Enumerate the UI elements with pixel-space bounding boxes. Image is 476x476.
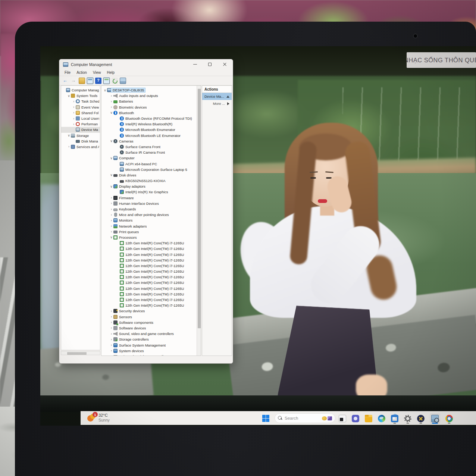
- device-tree-row[interactable]: › Storage controllers: [101, 336, 201, 342]
- device-tree-row[interactable]: Bluetooth Device (RFCOMM Protocol TDI): [101, 116, 201, 121]
- expander-icon[interactable]: ∨: [109, 156, 113, 160]
- device-tree-row[interactable]: › Monitors: [101, 217, 201, 223]
- device-tree-row[interactable]: KBG50ZNS512G-KIOXIA: [101, 178, 201, 184]
- device-tree-row[interactable]: 12th Gen Intel(R) Core(TM) i7-1265U: [101, 274, 201, 280]
- expander-icon[interactable]: ›: [109, 332, 113, 336]
- device-tree-row[interactable]: ∨ DESKTOP-C8L8I35: [101, 87, 201, 93]
- forward-icon[interactable]: [71, 78, 77, 84]
- expander-icon[interactable]: ›: [109, 207, 113, 211]
- expander-icon[interactable]: ›: [109, 213, 113, 217]
- expander-icon[interactable]: ›: [72, 105, 76, 109]
- device-tree-row[interactable]: › Audio inputs and outputs: [101, 93, 201, 98]
- console-tree-row[interactable]: Device Ma: [61, 127, 100, 132]
- device-tree-row[interactable]: › Software components: [101, 320, 201, 325]
- console-icon[interactable]: [87, 78, 93, 84]
- taskbar-app-button[interactable]: [391, 413, 399, 424]
- taskbar-app-button[interactable]: [445, 413, 453, 424]
- taskbar-app-button[interactable]: [364, 413, 373, 424]
- taskbar-app-button[interactable]: [378, 413, 386, 424]
- export-icon[interactable]: [79, 78, 85, 84]
- device-tree-row[interactable]: › Network adapters: [101, 223, 201, 229]
- expander-icon[interactable]: ›: [109, 224, 113, 228]
- console-tree-row[interactable]: › Services and A: [61, 144, 100, 150]
- device-tree-row[interactable]: Surface Camera Front: [101, 144, 201, 150]
- help-icon[interactable]: [95, 78, 101, 84]
- device-tree-row[interactable]: › Security devices: [101, 308, 201, 314]
- device-tree-row[interactable]: 12th Gen Intel(R) Core(TM) i7-1265U: [101, 280, 201, 285]
- device-tree-row[interactable]: Microsoft Bluetooth Enumerator: [101, 127, 201, 132]
- device-tree-row[interactable]: 12th Gen Intel(R) Core(TM) i7-1265U: [101, 240, 201, 246]
- device-tree-row[interactable]: › Sound, video and game controllers: [101, 331, 201, 336]
- console-tree-row[interactable]: › Shared Fol: [61, 110, 100, 116]
- device-tree-row[interactable]: ∨ Display adaptors: [101, 184, 201, 189]
- device-tree-row[interactable]: 12th Gen Intel(R) Core(TM) i7-1265U: [101, 251, 201, 257]
- device-tree-row[interactable]: 12th Gen Intel(R) Core(TM) i7-1265U: [101, 303, 201, 308]
- devices-icon[interactable]: [120, 78, 126, 84]
- expander-icon[interactable]: ∨: [109, 173, 113, 177]
- menu-item[interactable]: File: [62, 70, 73, 75]
- close-icon[interactable]: [223, 62, 227, 66]
- expander-icon[interactable]: ›: [67, 145, 71, 148]
- expander-icon[interactable]: ›: [109, 100, 113, 103]
- expander-icon[interactable]: ›: [109, 201, 113, 205]
- device-tree-row[interactable]: Intel(R) Iris(R) Xe Graphics: [101, 189, 201, 195]
- device-tree-row[interactable]: 12th Gen Intel(R) Core(TM) i7-1265U: [101, 297, 201, 303]
- taskbar-app-button[interactable]: [417, 413, 425, 424]
- expander-icon[interactable]: ›: [72, 122, 76, 126]
- device-tree-row[interactable]: › Universal Serial Bus controllers: [101, 354, 201, 356]
- device-tree-row[interactable]: 12th Gen Intel(R) Core(TM) i7-1265U: [101, 263, 201, 269]
- expander-icon[interactable]: ›: [109, 315, 113, 319]
- expander-icon[interactable]: ›: [109, 196, 113, 200]
- window-titlebar[interactable]: Computer Management: [59, 59, 233, 69]
- horizontal-scrollbar[interactable]: [61, 351, 100, 355]
- device-tree-row[interactable]: › Biometric devices: [101, 104, 201, 110]
- device-tree-row[interactable]: ∨ Disk drives: [101, 172, 201, 178]
- device-tree-row[interactable]: 12th Gen Intel(R) Core(TM) i7-1265U: [101, 246, 201, 251]
- taskbar-app-button[interactable]: [338, 413, 347, 424]
- actions-device-manager-item[interactable]: Device Ma...: [202, 93, 232, 100]
- console-tree-row[interactable]: ∨ Storage: [61, 133, 100, 138]
- device-tree-row[interactable]: › Sensors: [101, 314, 201, 320]
- expander-icon[interactable]: ›: [109, 343, 113, 347]
- device-tree-row[interactable]: › Surface System Management: [101, 342, 201, 348]
- expander-icon[interactable]: ›: [109, 230, 113, 234]
- scrollbar-thumb[interactable]: [67, 352, 87, 355]
- expander-icon[interactable]: ›: [109, 349, 113, 353]
- vertical-scrollbar[interactable]: [197, 86, 201, 356]
- expander-icon[interactable]: ›: [109, 338, 113, 341]
- scrollbar-thumb[interactable]: [198, 89, 201, 328]
- menu-item[interactable]: View: [90, 70, 104, 75]
- expander-icon[interactable]: ›: [109, 320, 113, 324]
- console-tree-row[interactable]: › Task Sched: [61, 98, 100, 104]
- search-input[interactable]: Search: [275, 413, 335, 423]
- taskbar-app-button[interactable]: [430, 413, 440, 424]
- device-tree-row[interactable]: › Mice and other pointing devices: [101, 212, 201, 217]
- device-tree-row[interactable]: › Batteries: [101, 98, 201, 104]
- device-tree-row[interactable]: ∨ Computer: [101, 155, 201, 161]
- expander-icon[interactable]: ›: [109, 309, 113, 313]
- console-tree-row[interactable]: › Event View: [61, 104, 100, 110]
- device-tree-row[interactable]: ∨ Cameras: [101, 138, 201, 144]
- back-icon[interactable]: [62, 78, 69, 84]
- device-tree-row[interactable]: ∨ Bluetooth: [101, 110, 201, 116]
- console-tree-row[interactable]: Disk Mana: [61, 138, 100, 144]
- expander-icon[interactable]: ›: [109, 94, 113, 98]
- device-tree-row[interactable]: › System devices: [101, 348, 201, 354]
- actions-more-item[interactable]: More ...: [202, 100, 232, 107]
- device-tree-row[interactable]: › Software devices: [101, 325, 201, 331]
- device-tree-row[interactable]: 12th Gen Intel(R) Core(TM) i7-1265U: [101, 291, 201, 297]
- taskbar-app-button[interactable]: [351, 413, 360, 424]
- device-tree-row[interactable]: Intel(R) Wireless Bluetooth(R): [101, 121, 201, 127]
- collapse-icon[interactable]: [226, 95, 229, 98]
- expander-icon[interactable]: ›: [109, 326, 113, 330]
- device-tree-row[interactable]: › Print queues: [101, 229, 201, 235]
- expander-icon[interactable]: ›: [109, 354, 113, 356]
- console2-icon[interactable]: [103, 78, 110, 84]
- device-tree-row[interactable]: Microsoft Bluetooth LE Enumerator: [101, 133, 201, 138]
- expander-icon[interactable]: ›: [72, 117, 76, 120]
- maximize-icon[interactable]: [208, 63, 212, 66]
- console-tree-row[interactable]: › Local Users: [61, 116, 100, 121]
- console-tree-row[interactable]: ∨ System Tools: [61, 93, 100, 98]
- menu-item[interactable]: Help: [104, 70, 118, 75]
- expander-icon[interactable]: ∨: [109, 185, 113, 188]
